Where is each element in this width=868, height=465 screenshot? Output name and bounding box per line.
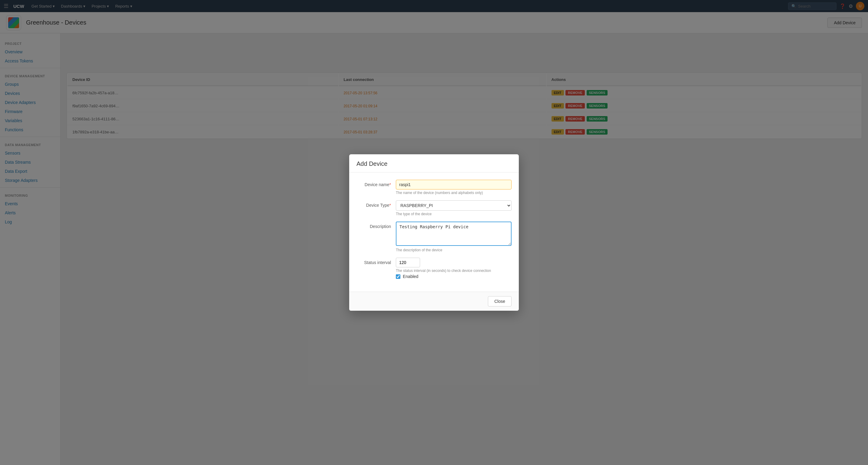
- form-row-device-name: Device name* The name of the device (num…: [356, 180, 512, 195]
- status-interval-input[interactable]: [396, 258, 420, 267]
- device-name-input[interactable]: [396, 180, 512, 190]
- status-interval-hint: The status interval (in seconds) to chec…: [396, 268, 512, 273]
- form-row-description: Description Testing Raspberry Pi device …: [356, 222, 512, 252]
- enabled-label[interactable]: Enabled: [403, 274, 418, 279]
- device-name-label: Device name*: [356, 180, 396, 187]
- form-row-status-interval: Status interval The status interval (in …: [356, 258, 512, 279]
- description-textarea[interactable]: Testing Raspberry Pi device: [396, 222, 512, 246]
- form-row-device-type: Device Type* RASPBERRY_PI GENERIC ARDUIN…: [356, 200, 512, 216]
- close-button[interactable]: Close: [488, 296, 512, 307]
- enabled-checkbox[interactable]: [396, 274, 400, 279]
- description-field: Testing Raspberry Pi device The descript…: [396, 222, 512, 252]
- status-interval-label: Status interval: [356, 258, 396, 265]
- modal-overlay: Add Device Device name* The name of the …: [0, 0, 868, 465]
- device-name-field: The name of the device (numbers and alph…: [396, 180, 512, 195]
- description-hint: The description of the device: [396, 248, 512, 252]
- modal-footer: Close: [349, 292, 519, 311]
- device-type-select[interactable]: RASPBERRY_PI GENERIC ARDUINO: [396, 200, 512, 211]
- required-indicator: *: [390, 182, 391, 187]
- device-type-label: Device Type*: [356, 200, 396, 208]
- enabled-row: Enabled: [396, 274, 512, 279]
- modal-title: Add Device: [356, 161, 512, 167]
- required-indicator-2: *: [390, 203, 391, 208]
- device-type-hint: The type of the device: [396, 212, 512, 216]
- device-type-field: RASPBERRY_PI GENERIC ARDUINO The type of…: [396, 200, 512, 216]
- modal-header: Add Device: [349, 154, 519, 173]
- status-interval-field: The status interval (in seconds) to chec…: [396, 258, 512, 279]
- description-label: Description: [356, 222, 396, 229]
- modal-body: Device name* The name of the device (num…: [349, 173, 519, 292]
- device-name-hint: The name of the device (numbers and alph…: [396, 191, 512, 195]
- add-device-modal: Add Device Device name* The name of the …: [349, 154, 519, 311]
